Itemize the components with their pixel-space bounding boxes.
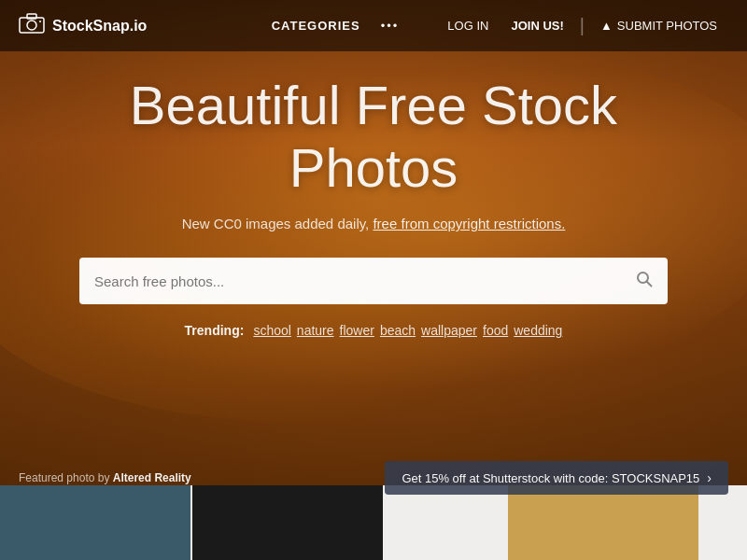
featured-bar: Featured photo by Altered Reality Get 15… [0, 461, 747, 495]
logo[interactable]: StockSnap.io [19, 13, 147, 39]
featured-author[interactable]: Altered Reality [113, 471, 191, 484]
hero-content: Beautiful Free Stock Photos New CC0 imag… [47, 75, 700, 338]
header: StockSnap.io CATEGORIES ••• LOG IN JOIN … [0, 0, 747, 51]
nav-separator: | [575, 15, 589, 36]
subtitle-link[interactable]: free from copyright restrictions. [373, 216, 565, 231]
featured-credit: Featured photo by Altered Reality [19, 471, 191, 484]
thumb-5 [700, 485, 747, 560]
promo-arrow: › [707, 470, 712, 485]
hero-title: Beautiful Free Stock Photos [47, 75, 700, 199]
nav-join[interactable]: JOIN US! [500, 19, 574, 33]
promo-banner[interactable]: Get 15% off at Shutterstock with code: S… [385, 461, 728, 495]
camera-icon [19, 13, 45, 39]
upload-icon: ▲ [600, 19, 613, 33]
trending-food[interactable]: food [483, 323, 508, 338]
thumb-3 [385, 485, 506, 560]
promo-text: Get 15% off at Shutterstock with code: S… [402, 471, 699, 485]
search-icon [636, 271, 653, 292]
svg-line-5 [647, 281, 652, 286]
nav-login[interactable]: LOG IN [436, 19, 500, 33]
search-input[interactable] [79, 258, 668, 304]
trending-school[interactable]: school [253, 323, 290, 338]
trending-section: Trending: school nature flower beach wal… [47, 323, 700, 338]
thumb-4[interactable] [508, 485, 698, 560]
trending-flower[interactable]: flower [340, 323, 374, 338]
svg-point-3 [39, 21, 41, 22]
trending-wedding[interactable]: wedding [514, 323, 562, 338]
nav-categories[interactable]: CATEGORIES [261, 19, 372, 33]
trending-label: Trending: [185, 323, 245, 338]
trending-wallpaper[interactable]: wallpaper [421, 323, 477, 338]
svg-rect-2 [27, 14, 36, 19]
logo-text: StockSnap.io [52, 18, 147, 35]
trending-nature[interactable]: nature [297, 323, 334, 338]
thumb-1[interactable] [0, 485, 190, 560]
nav-submit[interactable]: ▲ SUBMIT PHOTOS [589, 19, 728, 33]
search-button[interactable] [621, 258, 668, 304]
search-box [79, 258, 668, 304]
thumb-2[interactable] [192, 485, 383, 560]
trending-beach[interactable]: beach [380, 323, 416, 338]
thumbnail-strip [0, 485, 747, 560]
hero-subtitle: New CC0 images added daily, free from co… [47, 216, 700, 231]
subtitle-static: New CC0 images added daily, [182, 216, 370, 231]
featured-prefix: Featured photo by [19, 471, 109, 484]
nav-more-dots[interactable]: ••• [372, 19, 409, 33]
header-nav: CATEGORIES ••• LOG IN JOIN US! | ▲ SUBMI… [261, 15, 728, 36]
svg-point-1 [27, 21, 36, 30]
